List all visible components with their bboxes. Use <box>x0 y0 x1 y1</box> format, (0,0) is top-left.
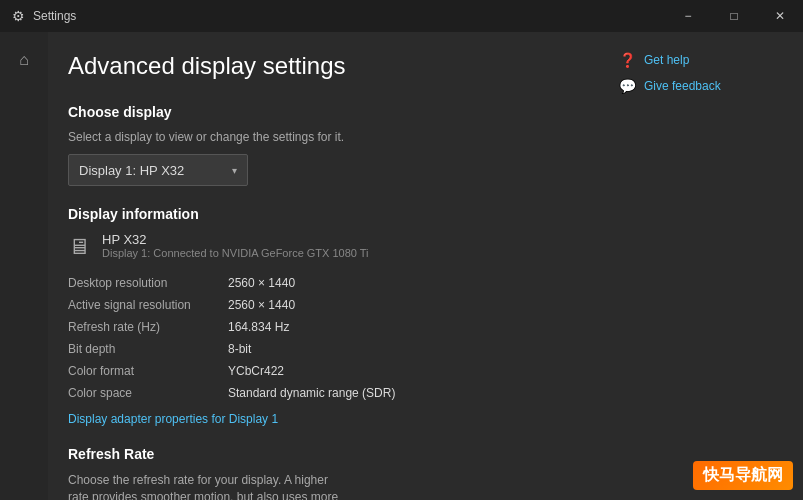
minimize-button[interactable]: − <box>665 0 711 32</box>
monitor-icon: 🖥 <box>68 234 90 260</box>
choose-display-section: Choose display Select a display to view … <box>68 104 573 186</box>
title-bar-controls: − □ ✕ <box>665 0 803 32</box>
get-help-icon: ❓ <box>619 52 636 68</box>
title-bar-left: ⚙ Settings <box>12 8 76 24</box>
refresh-rate-section: Refresh Rate Choose the refresh rate for… <box>68 446 573 500</box>
monitor-subtitle: Display 1: Connected to NVIDIA GeForce G… <box>102 247 369 259</box>
watermark: 快马导航网 <box>693 461 793 490</box>
choose-display-desc: Select a display to view or change the s… <box>68 130 573 144</box>
title-bar: ⚙ Settings − □ ✕ <box>0 0 803 32</box>
give-feedback-icon: 💬 <box>619 78 636 94</box>
info-table: Desktop resolution 2560 × 1440 Active si… <box>68 274 573 402</box>
home-button[interactable]: ⌂ <box>4 40 44 80</box>
display-dropdown-value: Display 1: HP X32 <box>79 163 184 178</box>
maximize-button[interactable]: □ <box>711 0 757 32</box>
close-button[interactable]: ✕ <box>757 0 803 32</box>
info-label-2: Refresh rate (Hz) <box>68 318 228 336</box>
display-info-section: Display information 🖥 HP X32 Display 1: … <box>68 206 573 426</box>
info-label-5: Color space <box>68 384 228 402</box>
home-icon: ⌂ <box>19 51 29 69</box>
content-area: ⌂ Advanced display settings Choose displ… <box>0 32 803 500</box>
info-value-1: 2560 × 1440 <box>228 296 573 314</box>
monitor-row: 🖥 HP X32 Display 1: Connected to NVIDIA … <box>68 232 573 260</box>
choose-display-title: Choose display <box>68 104 573 120</box>
display-dropdown-arrow: ▾ <box>232 165 237 176</box>
right-panel: ❓ Get help 💬 Give feedback <box>603 32 803 500</box>
settings-window: ⚙ Settings − □ ✕ ⌂ Advanced display sett… <box>0 0 803 500</box>
page-title: Advanced display settings <box>68 52 573 80</box>
give-feedback-label: Give feedback <box>644 79 721 93</box>
get-help-label: Get help <box>644 53 689 67</box>
display-dropdown[interactable]: Display 1: HP X32 ▾ <box>68 154 248 186</box>
title-bar-title: Settings <box>33 9 76 23</box>
info-label-3: Bit depth <box>68 340 228 358</box>
settings-window-icon: ⚙ <box>12 8 25 24</box>
monitor-info: HP X32 Display 1: Connected to NVIDIA Ge… <box>102 232 369 259</box>
monitor-name: HP X32 <box>102 232 369 247</box>
info-value-3: 8-bit <box>228 340 573 358</box>
sidebar: ⌂ <box>0 32 48 500</box>
refresh-rate-desc: Choose the refresh rate for your display… <box>68 472 348 500</box>
main-content: Advanced display settings Choose display… <box>48 32 603 500</box>
info-value-0: 2560 × 1440 <box>228 274 573 292</box>
info-value-2: 164.834 Hz <box>228 318 573 336</box>
info-label-4: Color format <box>68 362 228 380</box>
get-help-link[interactable]: ❓ Get help <box>619 52 787 68</box>
info-label-0: Desktop resolution <box>68 274 228 292</box>
display-info-title: Display information <box>68 206 573 222</box>
adapter-properties-link[interactable]: Display adapter properties for Display 1 <box>68 412 573 426</box>
info-label-1: Active signal resolution <box>68 296 228 314</box>
give-feedback-link[interactable]: 💬 Give feedback <box>619 78 787 94</box>
info-value-5: Standard dynamic range (SDR) <box>228 384 573 402</box>
info-value-4: YCbCr422 <box>228 362 573 380</box>
refresh-rate-title: Refresh Rate <box>68 446 573 462</box>
